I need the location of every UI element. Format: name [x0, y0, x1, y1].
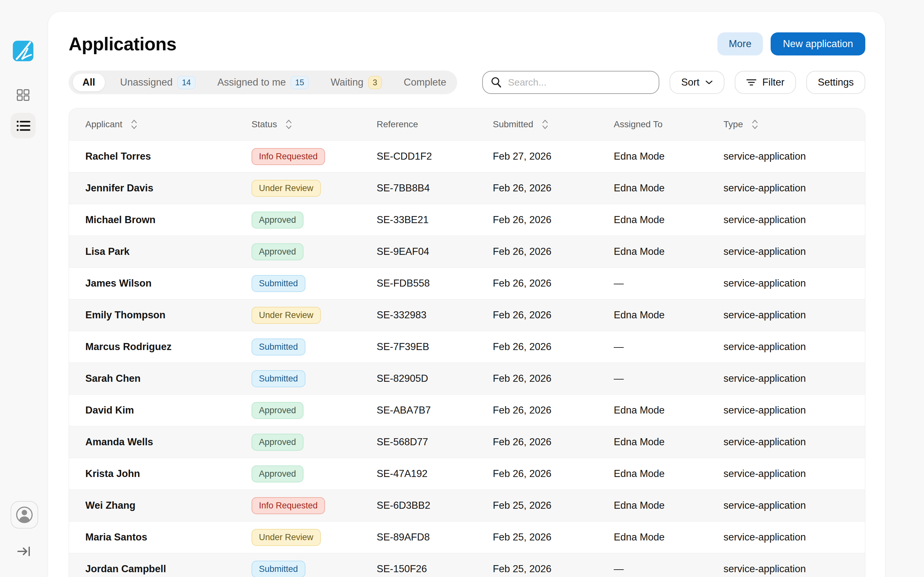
- type-cell: service-application: [707, 151, 865, 162]
- column-header-assigned-to: Assigned To: [598, 119, 707, 129]
- type-cell: service-application: [707, 373, 865, 384]
- settings-button[interactable]: Settings: [806, 71, 865, 94]
- applicant-cell: Sarah Chen: [69, 373, 235, 384]
- filter-button[interactable]: Filter: [735, 71, 796, 94]
- status-cell: Submitted: [235, 275, 360, 292]
- tab-label: Waiting: [331, 77, 363, 88]
- status-cell: Info Requested: [235, 148, 360, 165]
- right-controls: Sort Filter Settings: [482, 71, 865, 94]
- column-header-type[interactable]: Type: [707, 119, 865, 130]
- type-cell: service-application: [707, 341, 865, 353]
- status-cell: Approved: [235, 466, 360, 482]
- assigned-to-cell: Edna Mode: [598, 436, 707, 448]
- type-cell: service-application: [707, 563, 865, 575]
- assigned-to-cell: —: [598, 341, 707, 353]
- table-row[interactable]: Sarah Chen Submitted SE-82905D Feb 26, 2…: [69, 363, 865, 394]
- sidebar-item-applications-list[interactable]: [11, 113, 36, 139]
- submitted-cell: Feb 26, 2026: [477, 468, 598, 480]
- applicant-cell: James Wilson: [69, 277, 235, 289]
- status-badge: Approved: [252, 434, 304, 451]
- user-profile-button[interactable]: [11, 501, 38, 529]
- sort-button[interactable]: Sort: [670, 71, 724, 94]
- column-header-label: Submitted: [493, 119, 533, 129]
- status-badge: Submitted: [252, 338, 305, 356]
- table-header-row: Applicant Status Reference Submitted Ass…: [69, 108, 865, 140]
- column-header-label: Assigned To: [614, 119, 662, 129]
- submitted-cell: Feb 26, 2026: [477, 182, 598, 194]
- column-header-applicant[interactable]: Applicant: [69, 119, 235, 130]
- table-row[interactable]: Rachel Torres Info Requested SE-CDD1F2 F…: [69, 140, 865, 172]
- column-header-status[interactable]: Status: [235, 119, 360, 130]
- submitted-cell: Feb 25, 2026: [477, 563, 598, 575]
- collapse-sidebar-button[interactable]: [15, 542, 33, 560]
- applicant-cell: Marcus Rodriguez: [69, 341, 235, 353]
- sidebar-item-dashboard[interactable]: [11, 84, 35, 106]
- assigned-to-cell: Edna Mode: [598, 405, 707, 416]
- submitted-cell: Feb 26, 2026: [477, 405, 598, 416]
- status-badge: Info Requested: [252, 497, 325, 514]
- status-badge: Approved: [252, 402, 304, 419]
- search-box[interactable]: [482, 71, 659, 94]
- status-cell: Info Requested: [235, 497, 360, 514]
- column-header-reference: Reference: [360, 119, 477, 129]
- status-cell: Approved: [235, 211, 360, 229]
- assigned-to-cell: Edna Mode: [598, 309, 707, 321]
- status-cell: Submitted: [235, 561, 360, 577]
- page-title: Applications: [69, 33, 176, 55]
- sidebar: [0, 0, 48, 577]
- reference-cell: SE-33BE21: [360, 214, 477, 226]
- submitted-cell: Feb 25, 2026: [477, 500, 598, 511]
- submitted-cell: Feb 26, 2026: [477, 309, 598, 321]
- reference-cell: SE-89AFD8: [360, 532, 477, 543]
- more-button[interactable]: More: [717, 32, 763, 55]
- search-input[interactable]: [508, 77, 651, 88]
- type-cell: service-application: [707, 468, 865, 480]
- applicant-cell: Jennifer Davis: [69, 182, 235, 194]
- controls-row: All Unassigned 14 Assigned to me 15 Wait…: [69, 71, 865, 94]
- reference-cell: SE-568D77: [360, 436, 477, 448]
- table-row[interactable]: Emily Thompson Under Review SE-332983 Fe…: [69, 299, 865, 331]
- status-cell: Approved: [235, 434, 360, 451]
- reference-cell: SE-47A192: [360, 468, 477, 480]
- avatar-icon: [15, 506, 33, 524]
- reference-cell: SE-CDD1F2: [360, 151, 477, 162]
- table-row[interactable]: Lisa Park Approved SE-9EAF04 Feb 26, 202…: [69, 235, 865, 268]
- table-row[interactable]: Maria Santos Under Review SE-89AFD8 Feb …: [69, 521, 865, 553]
- table-row[interactable]: James Wilson Submitted SE-FDB558 Feb 26,…: [69, 268, 865, 299]
- assigned-to-cell: Edna Mode: [598, 151, 707, 162]
- applicant-cell: Lisa Park: [69, 246, 235, 258]
- tab-label: Assigned to me: [217, 77, 286, 88]
- chevron-down-icon: [705, 80, 713, 85]
- type-cell: service-application: [707, 405, 865, 416]
- column-header-submitted[interactable]: Submitted: [477, 119, 598, 130]
- table-row[interactable]: Wei Zhang Info Requested SE-6D3BB2 Feb 2…: [69, 490, 865, 521]
- status-badge: Under Review: [252, 529, 321, 546]
- type-cell: service-application: [707, 214, 865, 226]
- submitted-cell: Feb 26, 2026: [477, 436, 598, 448]
- reference-cell: SE-FDB558: [360, 277, 477, 289]
- app-logo[interactable]: [13, 41, 33, 61]
- submitted-cell: Feb 25, 2026: [477, 532, 598, 543]
- submitted-cell: Feb 26, 2026: [477, 277, 598, 289]
- table-row[interactable]: Jennifer Davis Under Review SE-7BB8B4 Fe…: [69, 172, 865, 204]
- tab-unassigned[interactable]: Unassigned 14: [113, 73, 202, 92]
- tab-waiting[interactable]: Waiting 3: [324, 73, 389, 92]
- status-badge: Approved: [252, 211, 304, 229]
- table-row[interactable]: Marcus Rodriguez Submitted SE-7F39EB Feb…: [69, 331, 865, 363]
- table-row[interactable]: Krista John Approved SE-47A192 Feb 26, 2…: [69, 458, 865, 490]
- tab-label: Complete: [404, 77, 446, 88]
- tab-complete[interactable]: Complete: [397, 73, 453, 92]
- table-row[interactable]: David Kim Approved SE-ABA7B7 Feb 26, 202…: [69, 394, 865, 426]
- table-row[interactable]: Amanda Wells Approved SE-568D77 Feb 26, …: [69, 426, 865, 458]
- table-row[interactable]: Jordan Campbell Submitted SE-150F26 Feb …: [69, 553, 865, 577]
- tab-label: All: [82, 77, 95, 88]
- applicant-cell: Rachel Torres: [69, 151, 235, 162]
- tab-assigned-to-me[interactable]: Assigned to me 15: [210, 73, 315, 92]
- table-row[interactable]: Michael Brown Approved SE-33BE21 Feb 26,…: [69, 204, 865, 235]
- new-application-button[interactable]: New application: [771, 32, 865, 55]
- filter-label: Filter: [762, 77, 784, 88]
- reference-cell: SE-82905D: [360, 373, 477, 384]
- tab-all[interactable]: All: [73, 73, 105, 92]
- applicant-cell: Jordan Campbell: [69, 563, 235, 575]
- tab-count-badge: 3: [368, 76, 382, 89]
